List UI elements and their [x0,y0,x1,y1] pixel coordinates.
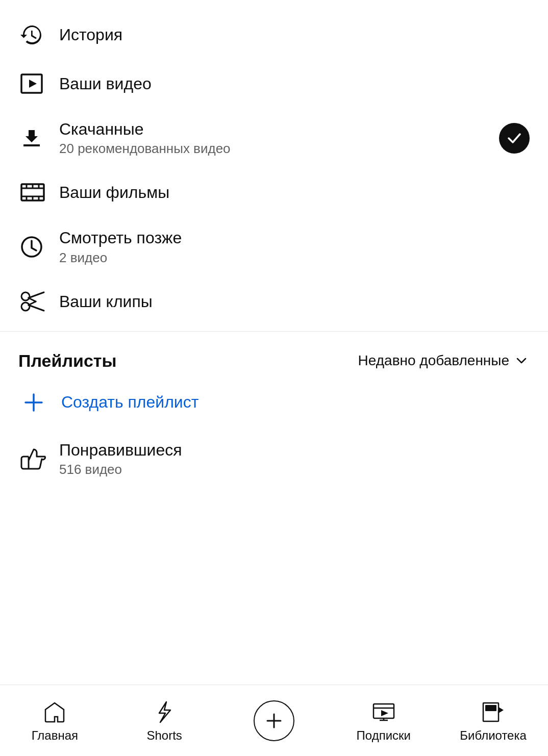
menu-item-your-clips[interactable]: Ваши клипы [0,277,548,326]
svg-marker-25 [499,707,504,713]
history-text: История [59,25,530,44]
liked-subtitle: 516 видео [59,462,530,477]
svg-point-12 [21,303,30,311]
nav-shorts-label: Shorts [147,728,182,743]
menu-item-history[interactable]: История [0,10,548,59]
add-circle-icon [254,700,294,741]
svg-line-16 [29,298,36,301]
bottom-nav: Главная Shorts Подписки [0,685,548,756]
watch-later-subtitle: 2 видео [59,250,530,266]
your-movies-text: Ваши фильмы [59,183,530,202]
svg-marker-22 [381,710,388,716]
shorts-icon [151,699,178,725]
play-square-icon [18,70,59,97]
liked-title: Понравившиеся [59,440,530,460]
menu-list: История Ваши видео Скачанные 20 рекоменд… [0,0,548,326]
film-icon [18,179,59,206]
sort-button[interactable]: Недавно добавленные [358,352,530,369]
svg-marker-1 [29,80,37,88]
scissors-icon [18,288,59,315]
download-icon [18,125,59,152]
menu-item-your-movies[interactable]: Ваши фильмы [0,168,548,217]
watch-later-title: Смотреть позже [59,228,530,247]
nav-home-label: Главная [32,728,78,743]
menu-item-watch-later[interactable]: Смотреть позже 2 видео [0,217,548,276]
your-videos-text: Ваши видео [59,74,530,93]
liked-text: Понравившиеся 516 видео [59,440,530,477]
home-icon [41,699,68,725]
divider [0,331,548,332]
svg-rect-18 [373,704,394,718]
sort-label: Недавно добавленные [358,352,509,369]
svg-point-13 [21,292,30,300]
playlists-title: Плейлисты [18,351,117,371]
subscriptions-icon [370,699,397,725]
library-icon [480,699,507,725]
your-videos-title: Ваши видео [59,74,530,93]
downloads-badge [499,123,530,154]
history-title: История [59,25,530,44]
menu-item-downloads[interactable]: Скачанные 20 рекомендованных видео [0,108,548,168]
your-movies-title: Ваши фильмы [59,183,530,202]
nav-subscriptions-label: Подписки [357,728,411,743]
plus-icon [18,387,49,418]
nav-item-shorts[interactable]: Shorts [110,694,219,748]
downloads-text: Скачанные 20 рекомендованных видео [59,119,499,157]
liked-videos-item[interactable]: Понравившиеся 516 видео [0,429,548,489]
nav-item-home[interactable]: Главная [0,694,110,748]
nav-item-library[interactable]: Библиотека [438,694,548,748]
svg-line-17 [29,301,36,305]
chevron-down-icon [513,352,530,369]
your-clips-text: Ваши клипы [59,292,530,311]
your-clips-title: Ваши клипы [59,292,530,311]
playlists-header: Плейлисты Недавно добавленные [0,337,548,376]
menu-item-your-videos[interactable]: Ваши видео [0,59,548,108]
clock-icon [18,234,59,260]
svg-rect-24 [485,705,496,711]
create-playlist-button[interactable]: Создать плейлист [0,376,548,429]
downloads-subtitle: 20 рекомендованных видео [59,141,499,157]
history-icon [18,21,59,48]
nav-item-subscriptions[interactable]: Подписки [329,694,438,748]
create-playlist-label: Создать плейлист [61,393,198,412]
svg-line-14 [29,292,44,298]
thumbs-up-icon [18,444,59,473]
watch-later-text: Смотреть позже 2 видео [59,228,530,265]
nav-item-add[interactable] [219,695,329,746]
nav-library-label: Библиотека [460,728,527,743]
downloads-title: Скачанные [59,119,499,139]
svg-line-15 [29,305,44,311]
